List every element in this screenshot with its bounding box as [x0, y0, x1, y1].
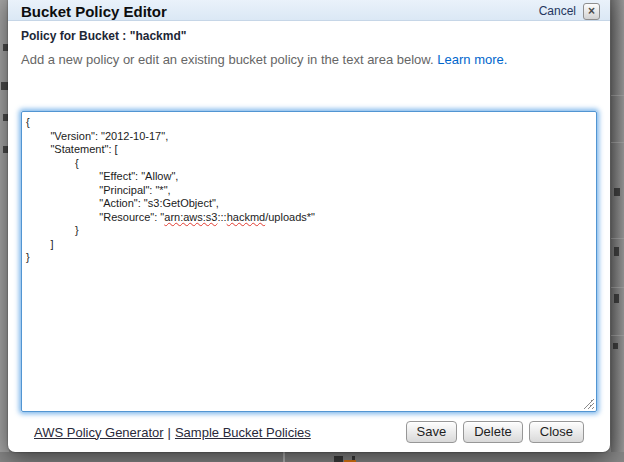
policy-for-bucket-heading: Policy for Bucket : "hackmd"	[21, 29, 597, 43]
background-column-divider	[283, 452, 285, 462]
aws-policy-generator-link[interactable]: AWS Policy Generator	[34, 425, 164, 440]
background-row-line	[611, 287, 624, 288]
background-text-fragment	[614, 247, 619, 256]
background-page-right	[611, 0, 624, 462]
policy-textarea[interactable]: { "Version": "2012-10-17", "Statement": …	[21, 111, 597, 412]
footer-links: AWS Policy Generator|Sample Bucket Polic…	[34, 425, 311, 440]
bucket-policy-editor-dialog: Bucket Policy Editor Cancel × Policy for…	[8, 0, 610, 452]
background-page-bottom	[0, 452, 624, 462]
background-text-fragment	[614, 188, 620, 196]
learn-more-link[interactable]: Learn more.	[437, 52, 507, 67]
background-row-line	[611, 335, 624, 336]
dialog-title: Bucket Policy Editor	[21, 3, 539, 20]
dialog-header: Bucket Policy Editor Cancel ×	[8, 0, 610, 21]
sample-bucket-policies-link[interactable]: Sample Bucket Policies	[175, 425, 311, 440]
background-row-line	[611, 95, 624, 96]
cancel-link[interactable]: Cancel	[539, 4, 576, 18]
dialog-footer: AWS Policy Generator|Sample Bucket Polic…	[21, 412, 597, 452]
close-icon[interactable]: ×	[583, 3, 600, 20]
link-separator: |	[164, 425, 175, 440]
background-text-fragment	[614, 294, 619, 303]
close-button[interactable]: Close	[529, 421, 584, 443]
background-text-fragment	[1, 82, 8, 90]
background-text-fragment	[613, 343, 618, 349]
dialog-body: Policy for Bucket : "hackmd" Add a new p…	[8, 21, 610, 452]
save-button[interactable]: Save	[406, 421, 458, 443]
background-row-line	[611, 142, 624, 143]
footer-buttons: Save Delete Close	[406, 421, 584, 443]
resize-handle-icon[interactable]	[584, 399, 594, 409]
background-text-fragment	[334, 456, 343, 462]
delete-button[interactable]: Delete	[463, 421, 523, 443]
description-sentence: Add a new policy or edit an existing buc…	[21, 52, 434, 67]
description-text: Add a new policy or edit an existing buc…	[21, 52, 597, 67]
background-row-line	[611, 238, 624, 239]
